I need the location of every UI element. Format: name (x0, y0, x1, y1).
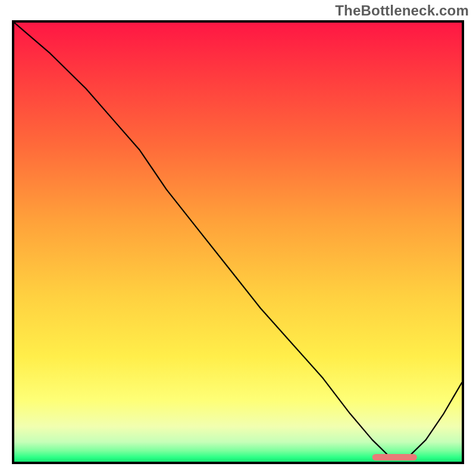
chart-svg (14, 23, 462, 462)
plot-frame (12, 20, 464, 464)
watermark-text: TheBottleneck.com (335, 2, 469, 19)
optimal-marker (372, 454, 417, 461)
chart-container: TheBottleneck.com (0, 0, 476, 476)
gradient-background (14, 23, 462, 462)
